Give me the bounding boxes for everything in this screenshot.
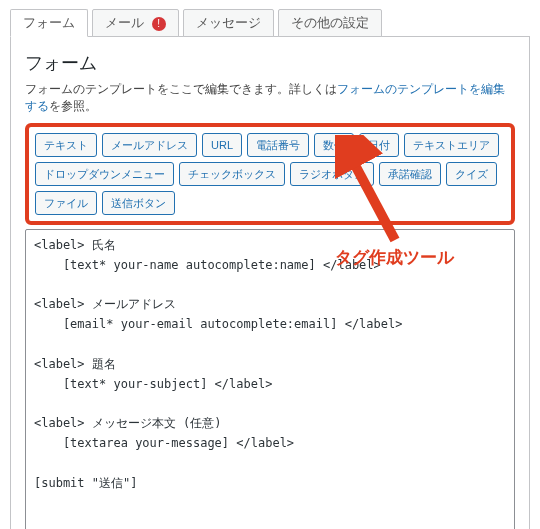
tabs: フォーム メール ! メッセージ その他の設定	[10, 8, 540, 36]
desc-text-before: フォームのテンプレートをここで編集できます。詳しくは	[25, 82, 337, 96]
tag-btn-acceptance[interactable]: 承諾確認	[379, 162, 441, 186]
tag-btn-select[interactable]: ドロップダウンメニュー	[35, 162, 174, 186]
tag-btn-checkbox[interactable]: チェックボックス	[179, 162, 285, 186]
tab-form[interactable]: フォーム	[10, 9, 88, 37]
tag-btn-text[interactable]: テキスト	[35, 133, 97, 157]
form-template-textarea[interactable]	[25, 229, 515, 529]
tab-mail-label: メール	[105, 15, 144, 30]
tag-btn-date[interactable]: 日付	[359, 133, 399, 157]
tag-btn-textarea[interactable]: テキストエリア	[404, 133, 499, 157]
tab-messages[interactable]: メッセージ	[183, 9, 274, 37]
tag-btn-number[interactable]: 数値	[314, 133, 354, 157]
section-title: フォーム	[25, 51, 515, 75]
tag-btn-url[interactable]: URL	[202, 133, 242, 157]
alert-badge-icon: !	[152, 17, 166, 31]
tag-btn-quiz[interactable]: クイズ	[446, 162, 497, 186]
tag-btn-radio[interactable]: ラジオボタン	[290, 162, 374, 186]
desc-text-after: を参照。	[49, 99, 97, 113]
tag-btn-email[interactable]: メールアドレス	[102, 133, 197, 157]
tab-mail[interactable]: メール !	[92, 9, 179, 37]
tag-btn-file[interactable]: ファイル	[35, 191, 97, 215]
form-panel: フォーム フォームのテンプレートをここで編集できます。詳しくはフォームのテンプレ…	[10, 36, 530, 529]
tag-generator-toolbar: テキスト メールアドレス URL 電話番号 数値 日付 テキストエリア ドロップ…	[25, 123, 515, 225]
tag-btn-submit[interactable]: 送信ボタン	[102, 191, 175, 215]
tag-btn-tel[interactable]: 電話番号	[247, 133, 309, 157]
section-description: フォームのテンプレートをここで編集できます。詳しくはフォームのテンプレートを編集…	[25, 81, 515, 115]
tab-other-settings[interactable]: その他の設定	[278, 9, 382, 37]
